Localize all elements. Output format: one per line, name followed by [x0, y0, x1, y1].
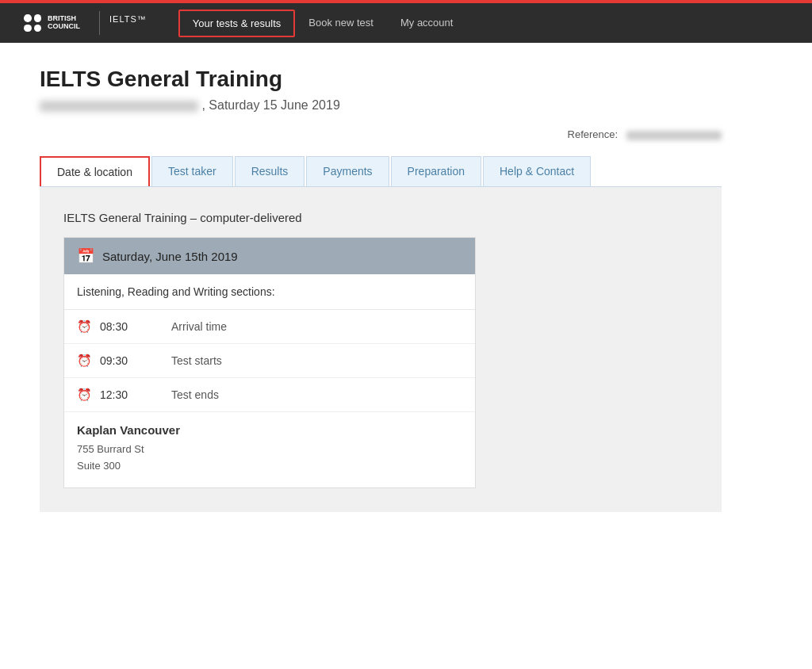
reference-value-blurred [626, 131, 722, 140]
page-content: IELTS General Training , Saturday 15 Jun… [0, 43, 761, 536]
content-tabs: Date & location Test taker Results Payme… [40, 156, 722, 187]
main-panel: IELTS General Training – computer-delive… [40, 187, 722, 512]
page-title: IELTS General Training [40, 67, 722, 92]
section-block: Listening, Reading and Writing sections: [64, 274, 475, 310]
nav-tab-book[interactable]: Book new test [295, 10, 387, 37]
nav-tab-account[interactable]: My account [387, 10, 466, 37]
ielts-logo: IELTS™ [109, 13, 147, 33]
tab-help-contact[interactable]: Help & Contact [483, 156, 591, 186]
date-header: 📅 Saturday, June 15th 2019 [64, 238, 475, 274]
british-council-logo: BRITISH COUNCIL [24, 14, 80, 32]
location-address: 755 Burrard St Suite 300 [77, 442, 462, 475]
clock-icon-0: ⏰ [77, 319, 92, 334]
time-row-0: ⏰ 08:30 Arrival time [64, 310, 475, 344]
panel-subtitle: IELTS General Training – computer-delive… [63, 211, 698, 224]
bc-dot-4 [34, 25, 42, 32]
logo-area: BRITISH COUNCIL IELTS™ [24, 11, 147, 35]
calendar-icon: 📅 [77, 247, 94, 265]
tab-test-taker[interactable]: Test taker [151, 156, 233, 186]
bc-dots [24, 14, 41, 32]
tab-payments[interactable]: Payments [306, 156, 389, 186]
bc-dot-3 [24, 25, 32, 32]
main-nav: Your tests & results Book new test My ac… [178, 10, 467, 37]
location-line2: Suite 300 [77, 460, 121, 472]
location-name: Kaplan Vancouver [77, 423, 462, 437]
date-card: 📅 Saturday, June 15th 2019 Listening, Re… [63, 237, 476, 488]
bc-dot-2 [34, 14, 42, 22]
time-row-1: ⏰ 09:30 Test starts [64, 344, 475, 378]
bc-dot-1 [24, 14, 32, 22]
tab-date-location[interactable]: Date & location [40, 156, 150, 186]
subtitle-date: , Saturday 15 June 2019 [201, 98, 339, 112]
location-block: Kaplan Vancouver 755 Burrard St Suite 30… [64, 412, 475, 487]
time-label-2: Test ends [171, 388, 219, 401]
bc-text: BRITISH COUNCIL [48, 15, 80, 31]
tab-results[interactable]: Results [235, 156, 305, 186]
time-row-2: ⏰ 12:30 Test ends [64, 378, 475, 412]
nav-tab-tests[interactable]: Your tests & results [178, 10, 296, 37]
location-line1: 755 Burrard St [77, 443, 144, 455]
reference-row: Reference: [40, 128, 722, 140]
reference-label: Reference: [568, 128, 619, 140]
time-value-0: 08:30 [100, 320, 171, 333]
time-label-1: Test starts [171, 354, 222, 367]
clock-icon-2: ⏰ [77, 388, 92, 402]
section-label: Listening, Reading and Writing sections: [77, 285, 275, 298]
date-header-text: Saturday, June 15th 2019 [102, 250, 238, 263]
logo-divider [99, 11, 100, 35]
tab-preparation[interactable]: Preparation [391, 156, 481, 186]
page-subtitle: , Saturday 15 June 2019 [40, 98, 722, 113]
top-nav-bar: BRITISH COUNCIL IELTS™ Your tests & resu… [0, 3, 812, 43]
time-value-2: 12:30 [100, 388, 171, 401]
clock-icon-1: ⏰ [77, 354, 92, 368]
blurred-location [40, 101, 198, 112]
time-value-1: 09:30 [100, 354, 171, 367]
time-label-0: Arrival time [171, 320, 227, 333]
